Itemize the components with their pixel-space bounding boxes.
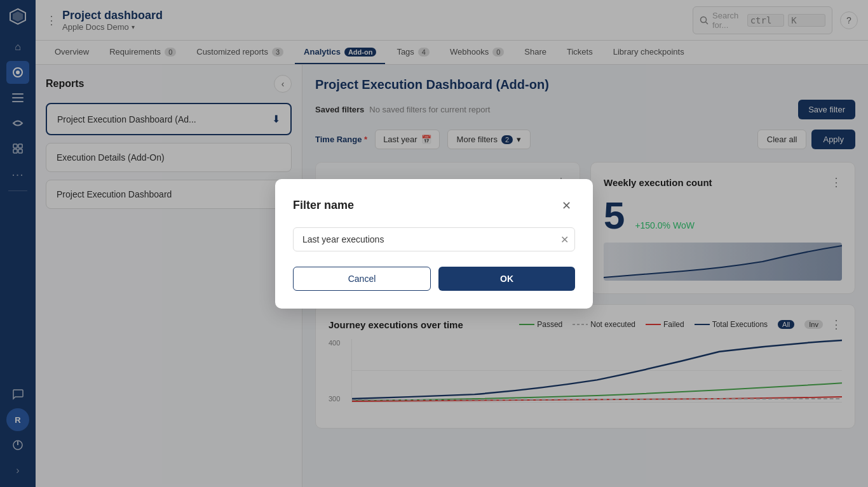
modal-ok-button[interactable]: OK [438,267,575,291]
modal-header: Filter name ✕ [293,197,575,215]
modal-actions: Cancel OK [293,267,575,291]
modal-overlay[interactable]: Filter name ✕ ✕ Cancel OK [0,0,868,487]
modal-input-wrap: ✕ [293,227,575,251]
modal-cancel-button[interactable]: Cancel [293,267,431,291]
filter-name-modal: Filter name ✕ ✕ Cancel OK [275,179,593,309]
modal-input-clear-icon[interactable]: ✕ [560,233,569,245]
modal-title: Filter name [293,199,354,212]
modal-close-button[interactable]: ✕ [557,197,575,215]
filter-name-input[interactable] [293,227,575,251]
